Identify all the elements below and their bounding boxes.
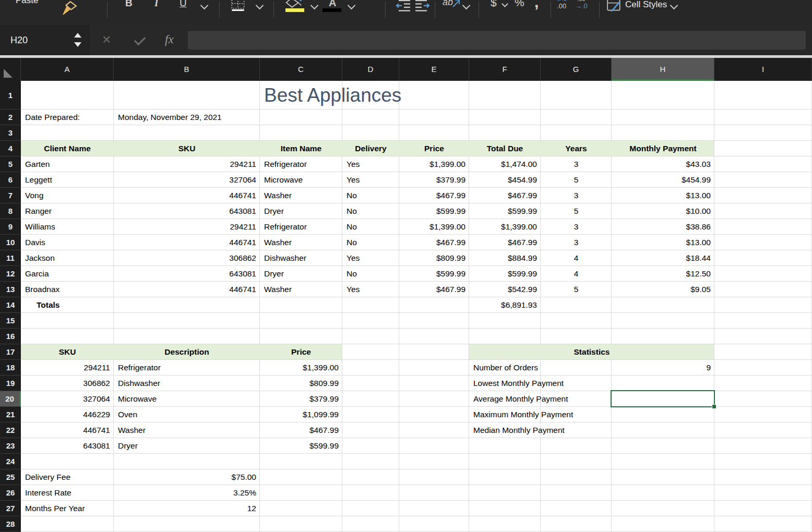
cell-G19[interactable] bbox=[541, 376, 612, 391]
cell-E23[interactable] bbox=[399, 438, 469, 454]
cell-F25[interactable] bbox=[469, 469, 541, 485]
cell-E10[interactable] bbox=[399, 235, 469, 250]
cell-A6[interactable] bbox=[21, 172, 114, 188]
cell-F26[interactable] bbox=[469, 485, 541, 501]
cell-C15[interactable] bbox=[260, 313, 342, 329]
cell-D27[interactable] bbox=[342, 501, 399, 516]
row-header-28[interactable]: 28 bbox=[0, 516, 21, 532]
cell-C28[interactable] bbox=[260, 516, 342, 532]
cell-B23[interactable] bbox=[114, 438, 260, 454]
cell-F5[interactable] bbox=[469, 156, 541, 172]
cell-B16[interactable] bbox=[114, 329, 260, 344]
row-header-21[interactable]: 21 bbox=[0, 407, 21, 422]
cell-A1[interactable] bbox=[21, 81, 114, 110]
cell-E5[interactable] bbox=[399, 156, 469, 172]
cell-C25[interactable] bbox=[260, 469, 342, 485]
row-header-13[interactable]: 13 bbox=[0, 282, 21, 297]
row-header-6[interactable]: 6 bbox=[0, 172, 21, 188]
cell-I13[interactable] bbox=[714, 282, 812, 297]
name-box[interactable]: H20 bbox=[0, 25, 90, 55]
cell-A27[interactable] bbox=[21, 501, 114, 516]
cell-F3[interactable] bbox=[469, 125, 541, 141]
cell-F15[interactable] bbox=[469, 313, 541, 329]
decrease-decimal-button[interactable]: ←.0 .00 bbox=[556, 0, 567, 9]
column-header-B[interactable]: B bbox=[114, 58, 260, 81]
cell-D10[interactable] bbox=[342, 235, 399, 250]
paste-button[interactable]: Paste bbox=[16, 0, 38, 6]
cell-E8[interactable] bbox=[399, 203, 469, 219]
row-header-11[interactable]: 11 bbox=[0, 250, 21, 266]
cell-A21[interactable] bbox=[21, 407, 114, 422]
cell-D13[interactable] bbox=[342, 282, 399, 297]
cell-D7[interactable] bbox=[342, 188, 399, 203]
cell-H15[interactable] bbox=[612, 313, 714, 329]
percent-format-button[interactable]: % bbox=[515, 0, 524, 9]
cell-E13[interactable] bbox=[399, 282, 469, 297]
cell-D4[interactable] bbox=[342, 141, 399, 156]
cell-E6[interactable] bbox=[399, 172, 469, 188]
underline-button[interactable]: U bbox=[180, 0, 187, 9]
cell-H12[interactable] bbox=[612, 266, 714, 282]
cell-I7[interactable] bbox=[714, 188, 812, 203]
cell-G17[interactable] bbox=[541, 344, 612, 360]
cell-C22[interactable] bbox=[260, 422, 342, 438]
increase-decimal-button[interactable]: .00 →.0 bbox=[575, 0, 588, 9]
cell-E1[interactable] bbox=[399, 81, 469, 110]
cell-A26[interactable] bbox=[21, 485, 114, 501]
cell-G3[interactable] bbox=[541, 125, 612, 141]
cell-G15[interactable] bbox=[541, 313, 612, 329]
cell-C24[interactable] bbox=[260, 454, 342, 469]
cell-E9[interactable] bbox=[399, 219, 469, 235]
cell-H20[interactable] bbox=[612, 391, 714, 407]
row-header-4[interactable]: 4 bbox=[0, 141, 21, 156]
cell-styles-button[interactable]: Cell Styles bbox=[625, 0, 667, 10]
cell-E15[interactable] bbox=[399, 313, 469, 329]
cell-C5[interactable] bbox=[260, 156, 342, 172]
cell-B26[interactable] bbox=[114, 485, 260, 501]
comma-format-button[interactable]: , bbox=[534, 0, 539, 11]
cell-F1[interactable] bbox=[469, 81, 541, 110]
cell-A19[interactable] bbox=[21, 376, 114, 391]
cell-C20[interactable] bbox=[260, 391, 342, 407]
cell-H7[interactable] bbox=[612, 188, 714, 203]
cell-I24[interactable] bbox=[714, 454, 812, 469]
cell-I19[interactable] bbox=[714, 376, 812, 391]
cell-F24[interactable] bbox=[469, 454, 541, 469]
cell-D19[interactable] bbox=[342, 376, 399, 391]
cell-F4[interactable] bbox=[469, 141, 541, 156]
cell-G22[interactable] bbox=[541, 422, 612, 438]
cell-H27[interactable] bbox=[612, 501, 714, 516]
cell-I27[interactable] bbox=[714, 501, 812, 516]
cell-E12[interactable] bbox=[399, 266, 469, 282]
cell-A18[interactable] bbox=[21, 360, 114, 376]
cell-A28[interactable] bbox=[21, 516, 114, 532]
cell-B2[interactable] bbox=[114, 110, 260, 125]
cell-B12[interactable] bbox=[114, 266, 260, 282]
cell-G2[interactable] bbox=[541, 110, 612, 125]
cell-G1[interactable] bbox=[541, 81, 612, 110]
cell-G25[interactable] bbox=[541, 469, 612, 485]
cell-D3[interactable] bbox=[342, 125, 399, 141]
cell-A3[interactable] bbox=[21, 125, 114, 141]
cell-D15[interactable] bbox=[342, 313, 399, 329]
cell-B4[interactable] bbox=[114, 141, 260, 156]
row-header-12[interactable]: 12 bbox=[0, 266, 21, 282]
cell-D2[interactable] bbox=[342, 110, 399, 125]
cell-H1[interactable] bbox=[612, 81, 714, 110]
cell-B28[interactable] bbox=[114, 516, 260, 532]
row-header-20[interactable]: 20 bbox=[0, 391, 21, 407]
cell-B20[interactable] bbox=[114, 391, 260, 407]
cell-F19[interactable] bbox=[469, 376, 541, 391]
cell-E24[interactable] bbox=[399, 454, 469, 469]
cell-G6[interactable] bbox=[541, 172, 612, 188]
font-color-dropdown-chevron-icon[interactable] bbox=[348, 2, 356, 10]
cell-D1[interactable] bbox=[342, 81, 399, 110]
cell-C21[interactable] bbox=[260, 407, 342, 422]
cell-D8[interactable] bbox=[342, 203, 399, 219]
column-header-C[interactable]: C bbox=[260, 58, 342, 81]
cell-H9[interactable] bbox=[612, 219, 714, 235]
cell-F22[interactable] bbox=[469, 422, 541, 438]
font-color-icon[interactable]: A bbox=[329, 0, 336, 9]
cell-G26[interactable] bbox=[541, 485, 612, 501]
cell-A9[interactable] bbox=[21, 219, 114, 235]
